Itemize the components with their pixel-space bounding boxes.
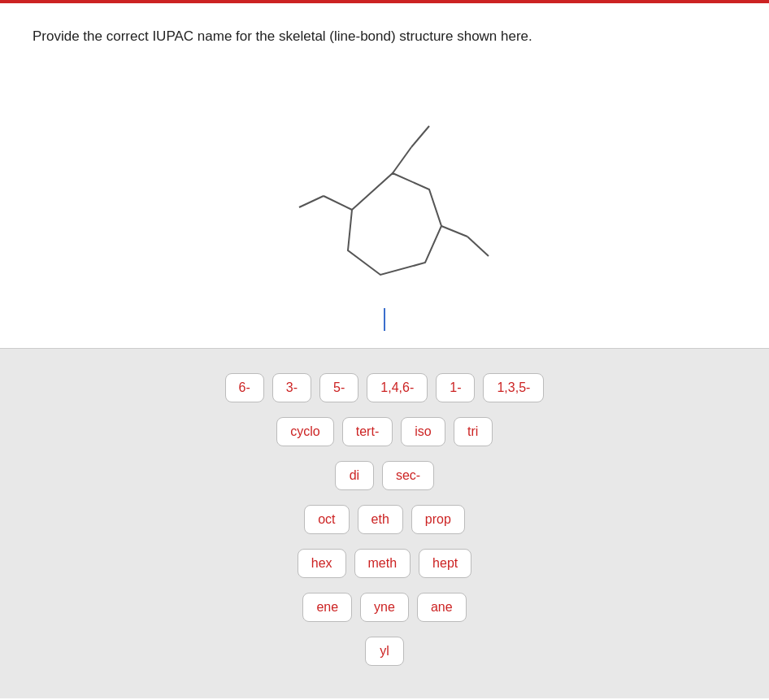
- token-eth[interactable]: eth: [358, 505, 403, 534]
- token-tert-[interactable]: tert-: [342, 417, 393, 446]
- token-cyclo[interactable]: cyclo: [276, 417, 333, 446]
- svg-line-1: [299, 196, 324, 207]
- question-area: Provide the correct IUPAC name for the s…: [0, 3, 769, 345]
- token-tri[interactable]: tri: [454, 417, 493, 446]
- token-row-7: yl: [365, 637, 404, 666]
- svg-line-2: [393, 147, 411, 173]
- token-yl[interactable]: yl: [365, 637, 404, 666]
- token-5-[interactable]: 5-: [319, 373, 358, 402]
- token-146-[interactable]: 1,4,6-: [367, 373, 428, 402]
- token-6-[interactable]: 6-: [225, 373, 264, 402]
- molecule-svg: [254, 76, 515, 303]
- token-row-4: oct eth prop: [304, 505, 465, 534]
- token-prop[interactable]: prop: [411, 505, 465, 534]
- token-hex[interactable]: hex: [298, 549, 346, 578]
- token-row-2: cyclo tert- iso tri: [276, 417, 492, 446]
- token-1-[interactable]: 1-: [436, 373, 475, 402]
- answer-area: 6- 3- 5- 1,4,6- 1- 1,3,5- cyclo tert- is…: [0, 349, 769, 698]
- token-oct[interactable]: oct: [304, 505, 349, 534]
- token-row-6: ene yne ane: [302, 593, 466, 622]
- svg-line-4: [441, 226, 467, 237]
- molecule-diagram: [33, 63, 736, 307]
- token-row-3: di sec-: [335, 461, 434, 490]
- svg-line-5: [467, 237, 489, 256]
- question-text: Provide the correct IUPAC name for the s…: [33, 26, 736, 47]
- token-3-[interactable]: 3-: [272, 373, 311, 402]
- svg-line-3: [411, 126, 429, 147]
- token-iso[interactable]: iso: [401, 417, 445, 446]
- token-hept[interactable]: hept: [419, 549, 471, 578]
- ring: [348, 173, 441, 275]
- token-ene[interactable]: ene: [302, 593, 352, 622]
- token-ane[interactable]: ane: [417, 593, 467, 622]
- token-row-1: 6- 3- 5- 1,4,6- 1- 1,3,5-: [225, 373, 545, 402]
- token-135-[interactable]: 1,3,5-: [483, 373, 544, 402]
- token-di[interactable]: di: [335, 461, 374, 490]
- token-row-5: hex meth hept: [298, 549, 472, 578]
- token-yne[interactable]: yne: [360, 593, 409, 622]
- token-meth[interactable]: meth: [354, 549, 411, 578]
- token-sec-[interactable]: sec-: [382, 461, 434, 490]
- svg-line-0: [324, 196, 352, 210]
- cursor-line: [33, 307, 736, 332]
